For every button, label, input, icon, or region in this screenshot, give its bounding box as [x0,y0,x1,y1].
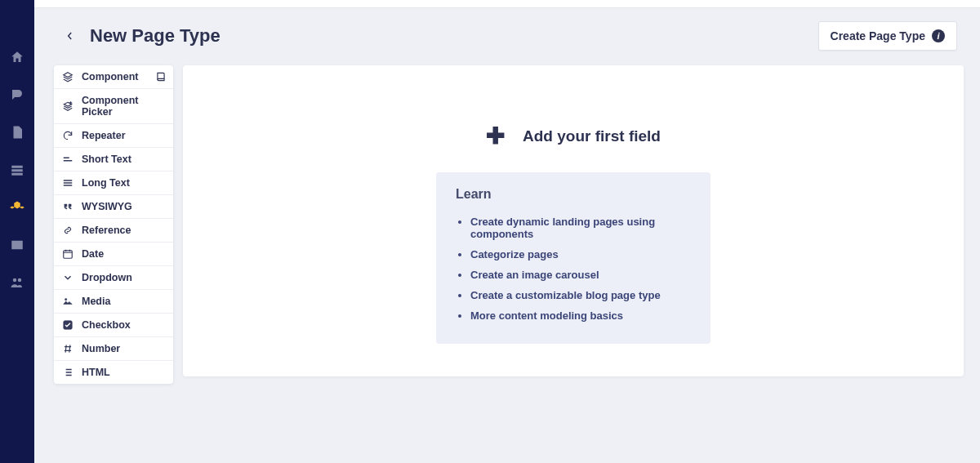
learn-link-item: More content modeling basics [470,305,691,326]
learn-link-item: Categorize pages [470,244,691,265]
list-icon [62,367,74,378]
chevron-down-icon [62,272,74,283]
side-nav [0,0,34,463]
field-type-long-text[interactable]: Long Text [54,171,173,195]
calendar-icon [62,248,74,260]
plus-icon: ✚ [486,122,505,149]
field-type-label: WYSIWYG [82,201,132,212]
page-header: New Page Type Create Page Type i [34,8,980,65]
long-lines-icon [62,177,74,189]
book-icon[interactable] [155,71,167,82]
layers-plus-icon [62,100,74,112]
field-type-date[interactable]: Date [54,243,173,266]
nav-pages-icon[interactable] [9,124,25,140]
link-icon [62,225,74,236]
short-lines-icon [62,154,74,165]
nav-blog-icon[interactable] [9,87,25,103]
field-type-reference[interactable]: Reference [54,219,173,243]
create-page-type-button[interactable]: Create Page Type i [818,21,957,51]
top-bar [34,0,980,8]
back-button[interactable] [62,28,78,44]
field-type-checkbox[interactable]: Checkbox [54,314,173,337]
page-title: New Page Type [90,25,220,47]
field-type-wysiwyg[interactable]: WYSIWYG [54,195,173,219]
learn-link-item: Create dynamic landing pages using compo… [470,211,691,244]
field-type-media[interactable]: Media [54,290,173,314]
layers-icon [62,71,74,82]
field-type-palette: ComponentComponent PickerRepeaterShort T… [54,65,173,384]
field-type-label: Repeater [82,130,126,141]
add-first-field-label: Add your first field [523,127,661,145]
add-first-field-button[interactable]: ✚ Add your first field [486,122,661,149]
field-type-html[interactable]: HTML [54,361,173,384]
learn-list: Create dynamic landing pages using compo… [456,211,691,326]
field-type-label: Number [82,343,120,354]
field-type-label: Checkbox [82,319,131,331]
learn-link[interactable]: More content modeling basics [470,309,623,322]
learn-link[interactable]: Create an image carousel [470,269,599,281]
create-page-type-label: Create Page Type [831,29,925,42]
field-type-label: Long Text [82,177,130,189]
field-type-label: Media [82,296,110,307]
field-type-label: Short Text [82,154,131,165]
learn-link-item: Create a customizable blog page type [470,285,691,305]
svg-point-1 [65,299,67,301]
svg-rect-0 [64,251,73,258]
workspace-canvas: ✚ Add your first field Learn Create dyna… [183,65,964,376]
field-type-dropdown[interactable]: Dropdown [54,266,173,290]
field-type-component-picker[interactable]: Component Picker [54,89,173,124]
info-icon: i [932,29,945,42]
nav-components-icon[interactable] [9,199,25,216]
field-type-number[interactable]: Number [54,337,173,361]
nav-media-icon[interactable] [9,237,25,253]
quotes-icon [62,201,74,212]
field-type-label: Component Picker [82,95,165,118]
learn-link[interactable]: Create dynamic landing pages using compo… [470,216,655,240]
field-type-short-text[interactable]: Short Text [54,148,173,171]
field-type-label: Dropdown [82,272,132,283]
hash-icon [62,343,74,354]
nav-home-icon[interactable] [9,49,25,65]
field-type-repeater[interactable]: Repeater [54,124,173,148]
image-icon [62,296,74,307]
checkbox-icon [62,319,74,331]
field-type-label: HTML [82,367,110,378]
nav-collections-icon[interactable] [9,162,25,178]
field-type-label: Reference [82,225,131,236]
learn-panel: Learn Create dynamic landing pages using… [436,172,710,344]
learn-link-item: Create an image carousel [470,265,691,285]
learn-title: Learn [456,187,691,202]
nav-users-icon[interactable] [9,274,25,291]
rotate-icon [62,130,74,141]
field-type-component[interactable]: Component [54,65,173,89]
field-type-label: Component [82,71,138,82]
learn-link[interactable]: Categorize pages [470,248,559,260]
field-type-label: Date [82,248,104,260]
learn-link[interactable]: Create a customizable blog page type [470,289,661,301]
